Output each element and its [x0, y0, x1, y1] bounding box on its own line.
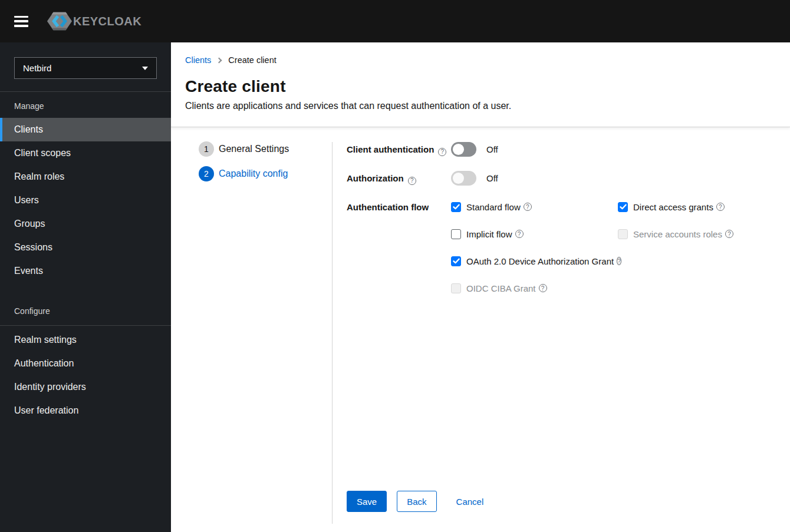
chevron-down-icon	[142, 67, 148, 70]
chevron-right-icon	[216, 57, 222, 63]
checkbox-implicit-flow[interactable]: Implicit flow	[451, 228, 618, 240]
checkbox-box[interactable]	[451, 229, 461, 239]
breadcrumb-clients-link[interactable]: Clients	[185, 55, 211, 65]
client-authentication-row: Client authentication Off	[347, 142, 776, 157]
authentication-flow-row: Authentication flow Standard flow	[347, 200, 776, 309]
checkbox-service-accounts-roles: Service accounts roles	[618, 228, 733, 240]
keycloak-hexagon-icon	[46, 9, 73, 33]
help-icon[interactable]	[515, 230, 524, 238]
help-icon[interactable]	[716, 203, 725, 211]
page-subtitle: Clients are applications and services th…	[185, 101, 776, 111]
authorization-row: Authorization Off	[347, 171, 776, 186]
top-bar: KEYCLOAK	[0, 0, 790, 42]
wizard-nav: 1 General Settings 2 Capability config	[171, 127, 332, 532]
breadcrumb: Clients Create client	[185, 55, 776, 65]
sidebar-item-identity-providers[interactable]: Identity providers	[0, 375, 171, 399]
help-icon[interactable]	[438, 148, 446, 156]
sidebar-item-realm-settings[interactable]: Realm settings	[0, 328, 171, 352]
realm-selector-value: Netbird	[23, 63, 51, 73]
authorization-toggle	[451, 171, 476, 186]
sidebar-section-manage: Manage	[0, 92, 171, 115]
wizard-step-capability-config[interactable]: 2 Capability config	[199, 166, 332, 181]
sidebar: Netbird Manage Clients Client scopes Rea…	[0, 42, 171, 532]
checkbox-box	[618, 229, 628, 239]
wizard-footer: Save Back Cancel	[347, 491, 776, 512]
sidebar-item-user-federation[interactable]: User federation	[0, 399, 171, 422]
client-authentication-toggle[interactable]	[451, 142, 476, 157]
step-number: 2	[199, 166, 214, 181]
cancel-button[interactable]: Cancel	[447, 491, 493, 512]
sidebar-item-users[interactable]: Users	[0, 189, 171, 212]
realm-selector[interactable]: Netbird	[14, 57, 157, 79]
sidebar-item-sessions[interactable]: Sessions	[0, 236, 171, 259]
checkbox-box	[451, 283, 461, 293]
authentication-flow-label: Authentication flow	[347, 202, 429, 212]
help-icon[interactable]	[408, 177, 416, 185]
sidebar-item-events[interactable]: Events	[0, 259, 171, 283]
create-client-wizard: 1 General Settings 2 Capability config C…	[171, 127, 790, 532]
svg-text:KEYCLOAK: KEYCLOAK	[73, 15, 141, 28]
checkbox-direct-access-grants[interactable]: Direct access grants	[618, 201, 733, 213]
checkbox-box[interactable]	[451, 202, 461, 212]
keycloak-admin-console: KEYCLOAK Netbird Manage Clients Client s…	[0, 0, 790, 532]
sidebar-item-realm-roles[interactable]: Realm roles	[0, 165, 171, 189]
capability-config-form: Client authentication Off Authorization …	[332, 142, 790, 524]
checkbox-oauth-device-grant[interactable]: OAuth 2.0 Device Authorization Grant	[451, 255, 618, 267]
main-content: Clients Create client Create client Clie…	[171, 42, 790, 532]
checkbox-standard-flow[interactable]: Standard flow	[451, 201, 618, 213]
help-icon[interactable]	[524, 203, 532, 211]
checkbox-box[interactable]	[618, 202, 628, 212]
sidebar-item-client-scopes[interactable]: Client scopes	[0, 141, 171, 165]
sidebar-configure-list: Realm settings Authentication Identity p…	[0, 326, 171, 422]
authorization-state: Off	[486, 173, 498, 183]
step-number: 1	[199, 141, 214, 157]
keycloak-logo: KEYCLOAK	[46, 9, 143, 33]
sidebar-section-configure: Configure	[0, 283, 171, 320]
back-button[interactable]: Back	[397, 491, 436, 512]
wizard-step-general-settings[interactable]: 1 General Settings	[199, 141, 332, 157]
help-icon[interactable]	[725, 230, 733, 238]
client-authentication-state: Off	[486, 144, 498, 154]
save-button[interactable]: Save	[347, 491, 387, 512]
sidebar-item-groups[interactable]: Groups	[0, 212, 171, 236]
checkbox-box[interactable]	[451, 256, 461, 266]
page-header: Clients Create client Create client Clie…	[171, 42, 790, 127]
sidebar-item-clients[interactable]: Clients	[0, 118, 171, 141]
client-authentication-label: Client authentication	[347, 144, 434, 154]
breadcrumb-current: Create client	[228, 55, 276, 65]
checkbox-oidc-ciba-grant: OIDC CIBA Grant	[451, 282, 618, 294]
keycloak-wordmark: KEYCLOAK	[73, 12, 143, 30]
help-icon[interactable]	[539, 284, 547, 292]
sidebar-manage-list: Clients Client scopes Realm roles Users …	[0, 115, 171, 283]
hamburger-menu-icon[interactable]	[14, 16, 28, 27]
page-title: Create client	[185, 77, 776, 96]
authorization-label: Authorization	[347, 173, 404, 183]
sidebar-item-authentication[interactable]: Authentication	[0, 352, 171, 375]
